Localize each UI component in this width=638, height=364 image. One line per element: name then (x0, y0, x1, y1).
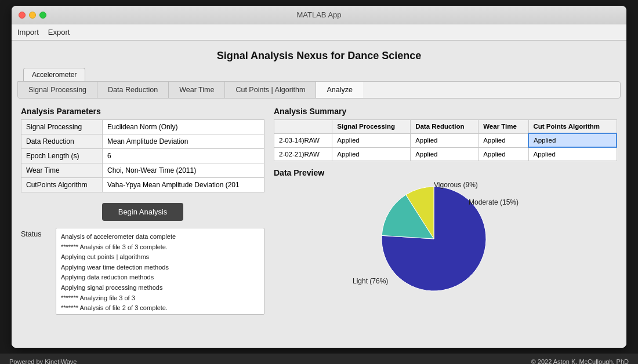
analysis-parameters-section: Analysis Parameters Signal Processing Eu… (21, 107, 264, 192)
param-value-cutpoints: Vaha-Ypya Mean Amplitude Deviation (201 (103, 178, 264, 192)
param-row-signal: Signal Processing Euclidean Norm (Only) (21, 120, 264, 134)
menu-import[interactable]: Import (17, 28, 39, 37)
app-title: Signal Analysis Nexus for Dance Science (12, 41, 626, 68)
param-row-epoch: Epoch Length (s) 6 (21, 149, 264, 163)
param-row-reduction: Data Reduction Mean Amplitude Deviation (21, 134, 264, 149)
label-moderate: Moderate (15%) (469, 198, 538, 206)
param-label-cutpoints: CutPoints Algorithm (21, 178, 103, 192)
summary-row-2-cutpoints: Applied (528, 147, 617, 161)
tab-analyze[interactable]: Analyze (316, 82, 362, 98)
param-value-signal: Euclidean Norm (Only) (103, 120, 264, 134)
label-light: Light (76%) (353, 277, 388, 285)
param-row-wear: Wear Time Choi, Non-Wear Time (2011) (21, 163, 264, 178)
footer-copyright: © 2022 Aston K. McCullough, PhD (531, 358, 629, 364)
tab-accelerometer[interactable]: Accelerometer (23, 68, 85, 81)
footer: Powered by KinetiWave © 2022 Aston K. Mc… (0, 354, 638, 364)
param-value-reduction: Mean Amplitude Deviation (103, 134, 264, 149)
tab-signal-processing[interactable]: Signal Processing (18, 82, 97, 98)
begin-analysis-container: Begin Analysis (21, 199, 264, 221)
col-header-id (274, 120, 332, 134)
summary-row-2-id: 2-02-21)RAW (274, 147, 332, 161)
pie-chart: Vigorous (9%) Moderate (15%) Light (76%) (353, 181, 538, 297)
menu-export[interactable]: Export (48, 28, 70, 37)
label-vigorous: Vigorous (9%) (434, 181, 478, 189)
analysis-summary-section: Analysis Summary Signal Processing Data … (274, 107, 617, 161)
footer-powered-by: Powered by KinetiWave (9, 358, 77, 364)
param-row-cutpoints: CutPoints Algorithm Vaha-Ypya Mean Ampli… (21, 178, 264, 192)
status-label: Status (21, 228, 50, 343)
param-label-epoch: Epoch Length (s) (21, 149, 103, 163)
analysis-summary-title: Analysis Summary (274, 107, 617, 116)
titlebar: MATLAB App (12, 6, 626, 24)
tab-wear-time[interactable]: Wear Time (169, 82, 225, 98)
summary-row-1-cutpoints: Applied (528, 133, 617, 147)
status-section: Status Analysis of accelerometer data co… (21, 228, 264, 343)
status-box[interactable]: Analysis of accelerometer data complete … (56, 228, 264, 315)
params-table: Signal Processing Euclidean Norm (Only) … (21, 119, 264, 192)
right-panel: Analysis Summary Signal Processing Data … (264, 107, 617, 343)
summary-row-2-wear: Applied (478, 147, 528, 161)
minimize-button[interactable] (29, 12, 36, 19)
analysis-parameters-title: Analysis Parameters (21, 107, 264, 116)
summary-row-1-wear: Applied (478, 133, 528, 147)
tab-row-top: Accelerometer (17, 68, 621, 81)
menubar: Import Export (12, 24, 626, 41)
tab-bar-outer: Accelerometer Signal Processing Data Red… (12, 68, 626, 99)
summary-row-1: 2-03-14)RAW Applied Applied Applied Appl… (274, 133, 617, 147)
main-content: Analysis Parameters Signal Processing Eu… (12, 99, 626, 348)
col-header-reduction: Data Reduction (411, 120, 478, 134)
param-value-epoch: 6 (103, 149, 264, 163)
summary-row-2-reduction: Applied (411, 147, 478, 161)
app-content: Signal Analysis Nexus for Dance Science … (12, 41, 626, 348)
summary-row-2-signal: Applied (332, 147, 411, 161)
param-label-wear: Wear Time (21, 163, 103, 178)
tab-data-reduction[interactable]: Data Reduction (97, 82, 169, 98)
left-panel: Analysis Parameters Signal Processing Eu… (21, 107, 264, 343)
data-preview-section: Data Preview Vigorous (9%) Moderate (15%… (274, 168, 617, 297)
param-value-wear: Choi, Non-Wear Time (2011) (103, 163, 264, 178)
pie-chart-container: Vigorous (9%) Moderate (15%) Light (76%) (274, 181, 617, 297)
summary-row-1-id: 2-03-14)RAW (274, 133, 332, 147)
param-label-reduction: Data Reduction (21, 134, 103, 149)
close-button[interactable] (19, 12, 26, 19)
col-header-signal: Signal Processing (332, 120, 411, 134)
summary-table: Signal Processing Data Reduction Wear Ti… (274, 119, 617, 161)
traffic-lights (19, 12, 46, 19)
summary-row-2: 2-02-21)RAW Applied Applied Applied Appl… (274, 147, 617, 161)
maximize-button[interactable] (39, 12, 46, 19)
tab-cut-points[interactable]: Cut Points | Algorithm (225, 82, 316, 98)
begin-analysis-button[interactable]: Begin Analysis (102, 203, 184, 221)
app-window: MATLAB App Import Export Signal Analysis… (12, 6, 626, 348)
window-title: MATLAB App (296, 10, 341, 19)
summary-header-row: Signal Processing Data Reduction Wear Ti… (274, 120, 617, 134)
tab-row-main: Signal Processing Data Reduction Wear Ti… (17, 81, 621, 99)
param-label-signal: Signal Processing (21, 120, 103, 134)
col-header-cutpoints: Cut Points Algorithm (528, 120, 617, 134)
col-header-wear: Wear Time (478, 120, 528, 134)
summary-row-1-signal: Applied (332, 133, 411, 147)
summary-row-1-reduction: Applied (411, 133, 478, 147)
data-preview-title: Data Preview (274, 168, 617, 177)
